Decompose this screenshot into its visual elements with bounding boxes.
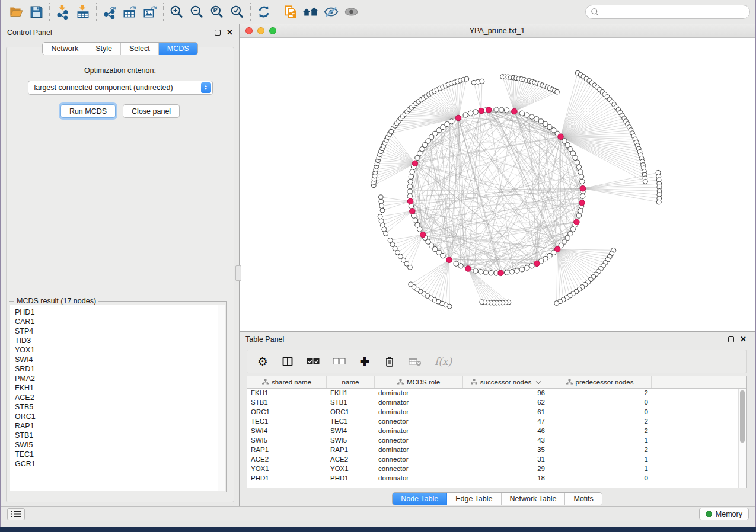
table-cell[interactable]: 1	[548, 464, 652, 474]
table-row[interactable]: SWI5SWI5connector431	[247, 436, 746, 446]
mcds-hub-node[interactable]	[512, 108, 518, 114]
network-node[interactable]	[494, 107, 499, 112]
delete-columns-button[interactable]	[384, 355, 395, 367]
mcds-result-item[interactable]: GCR1	[15, 459, 218, 469]
table-cell[interactable]: dominator	[375, 398, 463, 408]
search-input[interactable]	[599, 8, 745, 16]
table-row[interactable]: ACE2ACE2connector311	[247, 455, 746, 464]
mcds-hub-node[interactable]	[580, 185, 586, 191]
mcds-result-list[interactable]: PHD1CAR1STP4TID3YOX1SWI4SRD1PMA2FKH1ACE2…	[10, 305, 225, 491]
network-graph[interactable]	[240, 38, 754, 331]
network-node[interactable]	[479, 270, 483, 274]
duplicate-network-button[interactable]	[280, 2, 301, 21]
table-cell[interactable]: 0	[548, 408, 652, 417]
list-scrollbar[interactable]	[218, 305, 225, 491]
network-node[interactable]	[519, 267, 524, 272]
table-cell[interactable]: 61	[463, 408, 548, 417]
column-header-name[interactable]: name	[327, 376, 375, 388]
refresh-button[interactable]	[254, 2, 274, 21]
network-node[interactable]	[573, 155, 578, 160]
network-node[interactable]	[408, 179, 413, 184]
export-network-button[interactable]	[100, 2, 120, 21]
network-node[interactable]	[388, 238, 393, 243]
mcds-result-item[interactable]: SWI4	[15, 355, 218, 364]
network-node[interactable]	[504, 108, 509, 113]
export-table-button[interactable]	[120, 2, 140, 21]
table-cell[interactable]: 18	[463, 474, 548, 483]
network-node[interactable]	[578, 209, 583, 213]
mcds-result-item[interactable]: STP4	[15, 326, 218, 336]
table-cell[interactable]: 0	[548, 398, 652, 408]
network-node[interactable]	[554, 301, 559, 306]
network-node[interactable]	[445, 121, 449, 126]
table-cell[interactable]: 2	[548, 417, 652, 427]
open-file-button[interactable]	[6, 2, 26, 21]
network-node[interactable]	[409, 174, 413, 179]
network-node[interactable]	[379, 219, 384, 223]
table-cell[interactable]: dominator	[375, 427, 463, 436]
mcds-hub-node[interactable]	[554, 246, 560, 252]
select-all-button[interactable]	[307, 357, 320, 366]
mcds-hub-node[interactable]	[465, 266, 471, 272]
mcds-result-item[interactable]: SRD1	[15, 364, 218, 374]
mcds-result-item[interactable]: YOX1	[15, 345, 218, 355]
network-node[interactable]	[380, 208, 385, 213]
show-all-button[interactable]	[341, 2, 361, 21]
table-cell[interactable]: 35	[463, 446, 548, 455]
mcds-result-item[interactable]: TEC1	[15, 450, 218, 459]
network-node[interactable]	[413, 218, 417, 223]
zoom-fit-button[interactable]	[207, 2, 227, 21]
network-node[interactable]	[509, 270, 514, 274]
table-row[interactable]: STB1STB1dominator620	[247, 398, 746, 408]
network-node[interactable]	[463, 113, 468, 117]
network-node[interactable]	[576, 213, 581, 218]
network-node[interactable]	[458, 264, 463, 268]
network-node[interactable]	[525, 113, 529, 117]
table-cell[interactable]: 47	[463, 417, 548, 427]
table-cell[interactable]: 43	[463, 436, 548, 446]
mcds-hub-node[interactable]	[407, 198, 413, 204]
network-node[interactable]	[379, 199, 384, 204]
mcds-hub-node[interactable]	[579, 200, 585, 206]
table-cell[interactable]: 46	[463, 427, 548, 436]
run-mcds-button[interactable]: Run MCDS	[60, 104, 116, 118]
table-cell[interactable]: FKH1	[327, 389, 375, 398]
network-node[interactable]	[555, 89, 560, 94]
mcds-result-item[interactable]: STB1	[15, 431, 218, 440]
import-network-button[interactable]	[53, 2, 73, 21]
scrollbar-thumb[interactable]	[740, 390, 745, 443]
memory-button[interactable]: Memory	[699, 508, 749, 520]
column-header-successor-nodes[interactable]: successor nodes	[463, 376, 548, 388]
mcds-result-item[interactable]: ACE2	[15, 393, 218, 402]
table-cell[interactable]: STB1	[327, 398, 375, 408]
table-cell[interactable]: TEC1	[247, 417, 327, 427]
mcds-hub-node[interactable]	[479, 108, 484, 114]
table-cell[interactable]: SWI4	[327, 427, 375, 436]
network-node[interactable]	[538, 119, 543, 124]
network-node[interactable]	[410, 169, 414, 174]
zoom-out-button[interactable]	[187, 2, 207, 21]
table-cell[interactable]: dominator	[375, 474, 463, 483]
zoom-in-button[interactable]	[167, 2, 187, 21]
network-node[interactable]	[409, 204, 413, 209]
table-cell[interactable]: dominator	[375, 408, 463, 417]
tab-motifs[interactable]: Motifs	[565, 493, 601, 505]
table-cell[interactable]: 31	[463, 455, 548, 464]
network-node[interactable]	[534, 117, 539, 121]
network-node[interactable]	[515, 268, 519, 273]
table-row[interactable]: ORC1ORC1dominator610	[247, 408, 746, 417]
network-node[interactable]	[579, 174, 583, 179]
network-node[interactable]	[543, 256, 548, 261]
network-node[interactable]	[480, 300, 484, 305]
mcds-result-item[interactable]: PMA2	[15, 374, 218, 383]
mcds-result-item[interactable]: RAP1	[15, 421, 218, 431]
mcds-result-item[interactable]: ORC1	[15, 412, 218, 421]
mcds-hub-node[interactable]	[455, 115, 461, 121]
table-cell[interactable]: SWI5	[327, 436, 375, 446]
export-image-button[interactable]	[140, 2, 160, 21]
table-cell[interactable]: ORC1	[247, 408, 327, 417]
network-node[interactable]	[473, 110, 478, 114]
tab-edge-table[interactable]: Edge Table	[447, 493, 501, 505]
network-window-titlebar[interactable]: YPA_prune.txt_1	[240, 24, 755, 38]
network-canvas[interactable]	[240, 38, 755, 331]
